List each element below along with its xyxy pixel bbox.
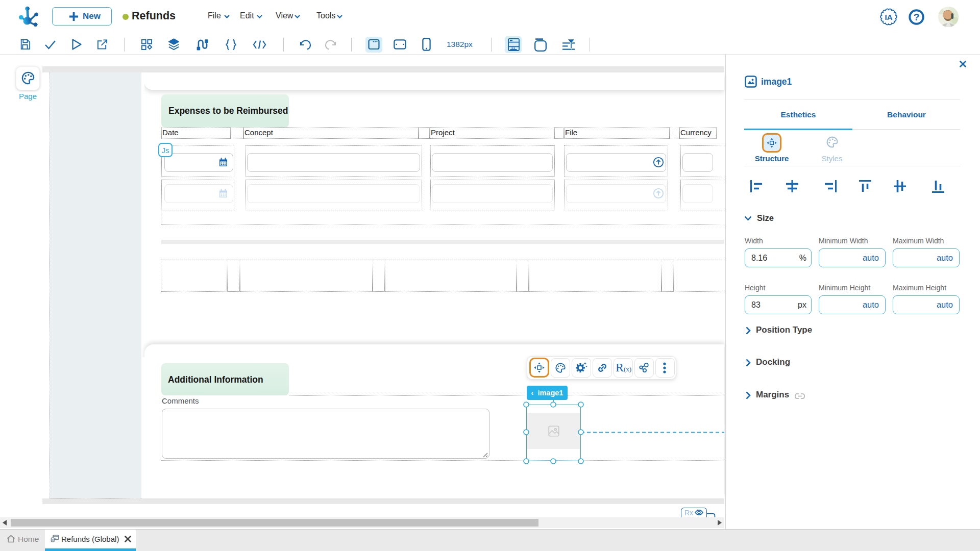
svg-text:?: ? — [914, 12, 920, 22]
svg-text:IA: IA — [885, 13, 893, 21]
